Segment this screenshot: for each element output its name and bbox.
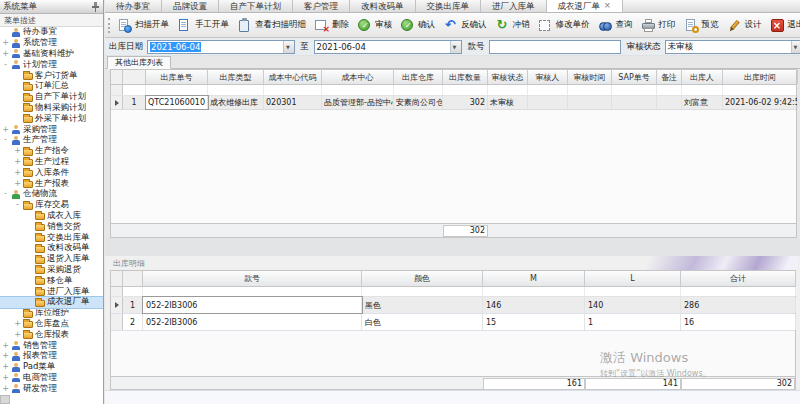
- delete-button[interactable]: ×删除: [310, 14, 353, 36]
- column-header[interactable]: 款号: [143, 271, 362, 286]
- expand-icon[interactable]: [14, 147, 21, 155]
- sidebar-item-rnd[interactable]: 研发管理: [0, 383, 103, 394]
- cell-doc-no[interactable]: QTC21060010: [146, 96, 208, 109]
- sidebar-item-customer-order[interactable]: 客户订货单: [0, 70, 103, 81]
- sidebar-item-stocktake[interactable]: 仓库盘点: [0, 319, 103, 330]
- manual-create-button[interactable]: 手工开单: [173, 14, 233, 36]
- chevron-down-icon[interactable]: [791, 41, 800, 53]
- column-header[interactable]: 合计: [681, 271, 796, 286]
- tab-other-outbound-list[interactable]: 其他出库列表: [107, 56, 171, 69]
- sidebar-item-stock-trans[interactable]: 库存交易: [0, 200, 103, 211]
- tab-brand[interactable]: 品牌设置: [162, 0, 219, 12]
- column-header[interactable]: 颜色: [362, 271, 483, 286]
- cell-status[interactable]: 未审核: [488, 96, 528, 109]
- expand-icon[interactable]: [2, 136, 9, 144]
- cell-audit-time[interactable]: [568, 96, 612, 109]
- horizontal-splitter[interactable]: [105, 238, 800, 256]
- cell-size-l[interactable]: 1: [585, 314, 681, 330]
- sidebar-item-prod-process[interactable]: 生产过程: [0, 157, 103, 168]
- cell-style-no[interactable]: 052-2IB3006: [143, 297, 362, 313]
- sidebar-item-planning[interactable]: 计划管理: [0, 59, 103, 70]
- expand-icon[interactable]: [2, 126, 9, 134]
- column-header[interactable]: 出库仓库: [394, 70, 443, 84]
- cell-size-m[interactable]: 146: [483, 297, 585, 313]
- expand-icon[interactable]: [2, 342, 9, 350]
- expand-icon[interactable]: [2, 50, 9, 58]
- cell-size-l[interactable]: 140: [585, 297, 681, 313]
- table-row[interactable]: 2 052-2IB3006 白色 15 1 16: [111, 314, 795, 331]
- expand-icon[interactable]: [14, 331, 21, 339]
- sidebar-item-prod-report[interactable]: 生产报表: [0, 178, 103, 189]
- audit-button[interactable]: 审核: [353, 14, 396, 36]
- cell-cc-code[interactable]: 020301: [264, 96, 322, 109]
- sidebar-item-sales-delivery[interactable]: 销售交货: [0, 221, 103, 232]
- date-to-combo[interactable]: 2021-06-04: [314, 40, 462, 54]
- sidebar-item-basedata[interactable]: 基础资料维护: [0, 49, 103, 60]
- sidebar-item-order-summary[interactable]: 订单汇总: [0, 81, 103, 92]
- cell-out-type[interactable]: 成衣维修出库: [208, 96, 264, 109]
- sidebar-item-pad-menu[interactable]: Pad菜单: [0, 362, 103, 373]
- cell-size-m[interactable]: 15: [483, 314, 585, 330]
- close-icon[interactable]: ×: [604, 0, 611, 12]
- cell-out-time[interactable]: 2021-06-02 9:42:52: [723, 96, 798, 109]
- sidebar-item-factory-in[interactable]: 进厂入库单: [0, 286, 103, 297]
- tab-recode[interactable]: 改料改码单: [350, 0, 416, 12]
- expand-icon[interactable]: [2, 352, 9, 360]
- print-button[interactable]: 打印: [637, 14, 680, 36]
- cell-color[interactable]: 黑色: [362, 297, 483, 313]
- table-row[interactable]: 1 052-2IB3006 黑色 146 140 286: [111, 297, 795, 314]
- chevron-down-icon[interactable]: [450, 41, 461, 53]
- column-header[interactable]: 审核状态: [488, 70, 528, 84]
- confirm-button[interactable]: 确认: [396, 14, 439, 36]
- sidebar-item-recode[interactable]: 改料改码单: [0, 243, 103, 254]
- grid-filter-row[interactable]: [111, 85, 796, 96]
- cell-total[interactable]: 16: [681, 314, 796, 330]
- sidebar-item-production[interactable]: 生产管理: [0, 135, 103, 146]
- expand-icon[interactable]: [14, 169, 21, 177]
- expand-icon[interactable]: [2, 385, 9, 393]
- sidebar-item-warehouse-report[interactable]: 仓库报表: [0, 329, 103, 340]
- sidebar-item-garment-return[interactable]: 成衣退厂单: [0, 297, 103, 308]
- tab-exchange-out[interactable]: 交换出库单: [416, 0, 482, 12]
- pin-icon[interactable]: [91, 1, 100, 12]
- sidebar-item-return-in[interactable]: 退货入库单: [0, 254, 103, 265]
- sidebar-item-system[interactable]: 系统管理: [0, 38, 103, 49]
- sidebar-item-sales[interactable]: 销售管理: [0, 340, 103, 351]
- tab-todo[interactable]: 待办事宜: [105, 0, 162, 12]
- sidebar-item-outsource-plan[interactable]: 外采下单计划: [0, 113, 103, 124]
- cell-style-no[interactable]: 052-2IB3006: [143, 314, 362, 330]
- sidebar-item-purchasing[interactable]: 采购管理: [0, 124, 103, 135]
- sidebar-item-ecommerce[interactable]: 电商管理: [0, 373, 103, 384]
- toolbar-grip[interactable]: [108, 18, 110, 33]
- preview-button[interactable]: 预览: [680, 14, 723, 36]
- expand-icon[interactable]: [2, 61, 9, 69]
- expand-icon[interactable]: [14, 158, 21, 166]
- expand-icon[interactable]: [14, 180, 21, 188]
- column-header[interactable]: 成本中心代码: [264, 70, 322, 84]
- sidebar-item-reports[interactable]: 报表管理: [0, 351, 103, 362]
- cell-auditor[interactable]: [528, 96, 568, 109]
- sidebar-item-purchase-return[interactable]: 采购退货: [0, 265, 103, 276]
- column-header[interactable]: L: [585, 271, 681, 286]
- column-header[interactable]: M: [483, 271, 585, 286]
- cell-warehouse[interactable]: 安素尚公司仓: [394, 96, 443, 109]
- tab-garment-return-active[interactable]: 成衣退厂单×: [547, 0, 623, 12]
- expand-icon[interactable]: [2, 190, 9, 198]
- expand-icon[interactable]: [14, 201, 21, 209]
- sidebar-item-prod-order[interactable]: 生产指令: [0, 146, 103, 157]
- cell-operator[interactable]: 刘富意: [682, 96, 723, 109]
- expand-icon[interactable]: [2, 39, 9, 47]
- view-scan-detail-button[interactable]: 查看扫描明细: [233, 14, 310, 36]
- tab-factory-in[interactable]: 进厂入库单: [481, 0, 547, 12]
- design-button[interactable]: 设计: [723, 14, 766, 36]
- sidebar-item-material-plan[interactable]: 物料采购计划: [0, 103, 103, 114]
- exit-button[interactable]: 退出: [766, 14, 800, 36]
- chevron-down-icon[interactable]: [283, 41, 294, 53]
- column-header[interactable]: 出库时间: [723, 70, 798, 84]
- cell-total[interactable]: 286: [681, 297, 796, 313]
- query-button[interactable]: 查询: [594, 14, 637, 36]
- cell-cc-name[interactable]: 品质管理部-品控中心: [322, 96, 394, 109]
- sidebar-item-warehouse[interactable]: 仓储物流: [0, 189, 103, 200]
- column-header[interactable]: 审核时间: [568, 70, 612, 84]
- column-header[interactable]: 审核人: [528, 70, 568, 84]
